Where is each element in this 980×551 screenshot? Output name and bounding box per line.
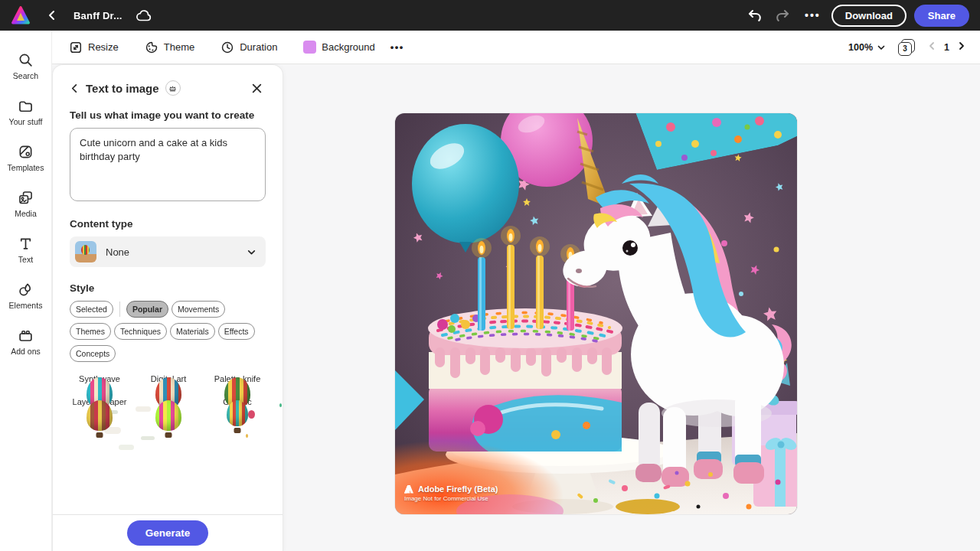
panel-close-button[interactable] — [247, 79, 266, 97]
redo-button[interactable] — [773, 5, 794, 26]
resize-label: Resize — [88, 41, 119, 53]
text-to-image-panel: Text to image Tell us what image you wan… — [52, 64, 283, 551]
duration-button[interactable]: Duration — [213, 36, 285, 59]
sidebar-item-media[interactable]: Media — [2, 181, 51, 227]
add-ons-icon — [18, 328, 34, 344]
style-category-tabs: Selected Popular Movements Themes Techni… — [70, 301, 267, 362]
back-button[interactable] — [41, 5, 63, 26]
sidebar-label: Elements — [9, 301, 43, 310]
sidebar-item-templates[interactable]: Templates — [2, 135, 51, 181]
sidebar-label: Add ons — [11, 347, 41, 356]
adobe-logo-icon — [404, 485, 413, 494]
generated-image[interactable]: Adobe Firefly (Beta) Image Not for Comme… — [395, 113, 797, 514]
sidebar-label: Media — [15, 209, 37, 218]
chevron-left-icon — [47, 10, 57, 21]
sidebar-item-search[interactable]: Search — [2, 43, 51, 89]
theme-button[interactable]: Theme — [137, 36, 202, 59]
close-icon — [251, 83, 263, 94]
panel-back-button[interactable] — [70, 83, 80, 93]
background-label: Background — [322, 41, 374, 53]
media-icon — [18, 190, 34, 206]
background-button[interactable]: Background — [296, 36, 382, 58]
toolbar-more-button[interactable]: ••• — [390, 41, 404, 53]
style-tab-popular[interactable]: Popular — [126, 301, 168, 318]
cloud-icon — [136, 8, 152, 22]
sidebar-label: Search — [13, 71, 38, 80]
content-type-dropdown[interactable]: None — [70, 236, 266, 267]
chevron-right-icon — [957, 41, 966, 51]
adobe-express-logo[interactable] — [11, 5, 31, 25]
resize-button[interactable]: Resize — [61, 36, 126, 59]
undo-button[interactable] — [743, 5, 765, 26]
chevron-down-icon — [247, 247, 256, 257]
pages-panel-button[interactable]: 3 — [898, 39, 915, 56]
toolbar: Resize Theme Duration Background ••• 100… — [52, 31, 980, 64]
prompt-input[interactable]: Cute unicorn and a cake at a kids birthd… — [70, 128, 266, 201]
download-button[interactable]: Download — [831, 5, 906, 27]
page-navigator: 1 — [927, 41, 966, 53]
pages-count-badge: 3 — [898, 42, 912, 56]
watermark-title: Adobe Firefly (Beta) — [418, 484, 498, 494]
premium-crown-icon — [165, 80, 181, 96]
prompt-label: Tell us what image you want to create — [70, 109, 266, 121]
theme-palette-icon — [145, 41, 158, 54]
content-type-label: Content type — [70, 218, 266, 230]
resize-icon — [69, 41, 83, 54]
search-icon — [18, 52, 34, 68]
style-tab-themes[interactable]: Themes — [70, 323, 111, 340]
style-tab-effects[interactable]: Effects — [218, 323, 255, 340]
background-swatch — [303, 41, 316, 54]
previous-page-button[interactable] — [927, 41, 936, 53]
style-card-synthwave[interactable]: Synthwave — [70, 370, 129, 383]
topbar: Banff Dr... ••• Download Share — [0, 0, 980, 31]
elements-icon — [18, 282, 34, 298]
style-tab-selected[interactable]: Selected — [70, 301, 113, 318]
sidebar-item-text[interactable]: Text — [2, 227, 51, 272]
sidebar-item-add-ons[interactable]: Add ons — [2, 318, 51, 364]
sidebar-label: Templates — [8, 163, 44, 172]
clock-icon — [220, 41, 234, 54]
templates-icon — [18, 144, 34, 160]
share-button[interactable]: Share — [914, 5, 969, 27]
sidebar-label: Text — [18, 255, 33, 264]
app-sidebar: Search Your stuff Templates Media Text E… — [0, 31, 52, 551]
more-options-button[interactable]: ••• — [802, 9, 824, 21]
style-tab-movements[interactable]: Movements — [172, 301, 225, 318]
style-tab-techniques[interactable]: Techniques — [114, 323, 167, 340]
cloud-sync-button[interactable] — [133, 5, 155, 26]
duration-label: Duration — [240, 41, 277, 53]
style-tab-materials[interactable]: Materials — [170, 323, 215, 340]
undo-icon — [746, 8, 762, 23]
sidebar-item-elements[interactable]: Elements — [2, 272, 51, 318]
chevron-left-icon — [927, 41, 936, 51]
zoom-level: 100% — [848, 42, 873, 53]
firefly-watermark: Adobe Firefly (Beta) Image Not for Comme… — [404, 484, 498, 502]
text-icon — [18, 236, 34, 252]
unicorn-birthday-artwork — [395, 113, 797, 514]
canvas-area[interactable]: Adobe Firefly (Beta) Image Not for Comme… — [283, 64, 980, 551]
chevron-down-icon — [877, 43, 886, 52]
style-card-palette-knife[interactable]: Palette knife — [207, 370, 267, 383]
panel-title: Text to image — [86, 82, 159, 95]
style-tab-concepts[interactable]: Concepts — [70, 345, 116, 362]
sidebar-item-your-stuff[interactable]: Your stuff — [2, 89, 51, 135]
unicorn-eye — [622, 240, 638, 256]
panel-footer: Generate — [53, 514, 283, 551]
current-page-number: 1 — [944, 42, 949, 53]
divider — [119, 302, 120, 317]
sidebar-label: Your stuff — [9, 117, 43, 126]
style-grid: Synthwave Digital art Palette knife Laye… — [70, 370, 266, 406]
adobe-express-logo-icon — [11, 5, 31, 25]
generate-button[interactable]: Generate — [127, 520, 209, 546]
folder-icon — [18, 98, 34, 114]
style-card-digital-art[interactable]: Digital art — [139, 370, 198, 383]
content-type-value: None — [106, 246, 129, 258]
next-page-button[interactable] — [957, 41, 966, 53]
chevron-left-icon — [70, 83, 80, 93]
zoom-control[interactable]: 100% — [848, 42, 886, 53]
redo-icon — [776, 8, 791, 23]
document-title[interactable]: Banff Dr... — [74, 10, 122, 21]
watermark-subtitle: Image Not for Commercial Use — [404, 495, 498, 502]
theme-label: Theme — [164, 41, 194, 53]
content-type-thumbnail — [75, 241, 96, 262]
